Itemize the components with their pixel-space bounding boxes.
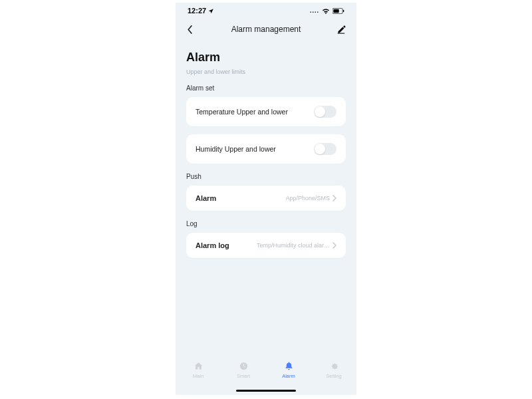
svg-rect-3	[338, 33, 345, 34]
home-indicator[interactable]	[236, 390, 296, 392]
wifi-icon	[322, 8, 330, 14]
edit-button[interactable]	[335, 25, 348, 34]
status-time: 12:27	[188, 7, 206, 15]
section-label-push: Push	[186, 173, 346, 180]
push-alarm-label: Alarm	[196, 194, 216, 202]
status-bar: 12:27 ....	[176, 3, 356, 19]
humidity-toggle[interactable]	[314, 143, 336, 155]
svg-rect-1	[333, 9, 338, 13]
section-label-alarm-set: Alarm set	[186, 84, 346, 92]
page-subtitle: Upper and lower limits	[186, 68, 346, 75]
status-dots: ....	[310, 7, 319, 14]
home-icon	[193, 360, 203, 371]
tab-setting[interactable]: Setting	[317, 360, 350, 379]
bell-icon	[283, 360, 294, 371]
push-alarm-row[interactable]: Alarm App/Phone/SMS	[186, 186, 346, 211]
temperature-label: Temperature Upper and lower	[196, 108, 288, 116]
temperature-toggle[interactable]	[314, 106, 336, 118]
content: Alarm Upper and lower limits Alarm set T…	[176, 40, 356, 258]
location-icon	[208, 8, 214, 14]
alarm-log-label: Alarm log	[196, 241, 229, 249]
tab-setting-label: Setting	[326, 373, 341, 379]
section-label-log: Log	[186, 220, 346, 227]
chevron-right-icon	[332, 195, 336, 201]
tab-alarm[interactable]: Alarm	[272, 360, 305, 379]
tab-smart-label: Smart	[237, 373, 250, 379]
alarm-log-row[interactable]: Alarm log Temp/Humidity cloud alar…	[186, 233, 346, 258]
header-title: Alarm management	[231, 25, 301, 34]
push-alarm-value: App/Phone/SMS	[285, 195, 330, 201]
header: Alarm management	[176, 19, 356, 40]
temperature-alarm-row[interactable]: Temperature Upper and lower	[186, 97, 346, 126]
battery-icon	[332, 8, 344, 14]
toggle-knob	[315, 106, 325, 117]
humidity-label: Humidity Upper and lower	[196, 145, 276, 153]
tab-alarm-label: Alarm	[282, 373, 295, 379]
humidity-alarm-row[interactable]: Humidity Upper and lower	[186, 134, 346, 164]
page-title: Alarm	[186, 51, 346, 65]
phone-screen: 12:27 .... Alarm management Alarm Upper …	[176, 3, 356, 395]
alarm-log-value: Temp/Humidity cloud alar…	[257, 242, 330, 249]
back-button[interactable]	[184, 25, 197, 34]
svg-rect-2	[343, 9, 344, 11]
clock-icon	[238, 360, 249, 371]
tab-main[interactable]: Main	[182, 360, 215, 379]
tab-main-label: Main	[193, 373, 203, 379]
chevron-right-icon	[332, 242, 336, 249]
gear-icon	[329, 360, 339, 371]
toggle-knob	[315, 144, 325, 154]
tab-smart[interactable]: Smart	[227, 360, 260, 379]
